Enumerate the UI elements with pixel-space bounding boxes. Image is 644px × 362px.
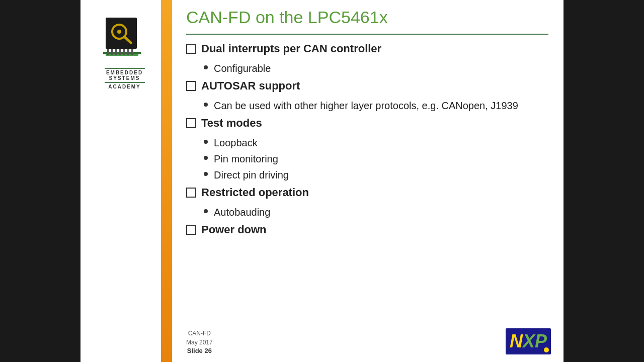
checkbox-icon-2 — [186, 81, 196, 91]
svg-point-5 — [117, 30, 121, 34]
sub-items-4: Autobauding — [204, 205, 548, 219]
svg-rect-11 — [127, 49, 129, 55]
bullet-icon — [204, 140, 208, 144]
sub-items-2: Can be used with other higher layer prot… — [204, 99, 548, 113]
sub-label-3-2: Pin monitoring — [214, 152, 278, 166]
sub-item-1-1: Configurable — [204, 61, 548, 75]
svg-rect-6 — [107, 49, 109, 55]
footer: CAN-FD May 2017 Slide 26 — [186, 329, 213, 354]
sub-label-3-3: Direct pin driving — [214, 168, 289, 182]
svg-rect-12 — [131, 49, 133, 55]
main-label-1: Dual interrupts per CAN controller — [201, 42, 381, 55]
sub-item-3-2: Pin monitoring — [204, 152, 548, 166]
svg-rect-9 — [119, 49, 121, 55]
svg-rect-2 — [106, 54, 138, 56]
sidebar: EMBEDDED SYSTEMS ACADEMY — [80, 0, 169, 362]
slide: EMBEDDED SYSTEMS ACADEMY CAN-FD on the L… — [80, 0, 564, 362]
slide-number: Slide 26 — [186, 347, 213, 354]
checkbox-icon-1 — [186, 44, 196, 54]
content-area: Dual interrupts per CAN controller Confi… — [186, 42, 548, 354]
nxp-n-letter: N — [510, 331, 523, 351]
bullet-icon — [204, 156, 208, 160]
logo-area: EMBEDDED SYSTEMS ACADEMY — [98, 10, 151, 97]
nxp-logo: NXP — [506, 328, 551, 354]
bullet-icon — [204, 65, 208, 69]
sub-item-3-1: Loopback — [204, 136, 548, 150]
bullet-icon — [204, 209, 208, 213]
main-label-4: Restricted operation — [201, 186, 309, 199]
sub-items-3: Loopback Pin monitoring Direct pin drivi… — [204, 136, 548, 182]
main-item-5: Power down — [186, 223, 548, 236]
footer-date: May 2017 — [186, 338, 213, 347]
main-item-4: Restricted operation — [186, 186, 548, 199]
main-item-1: Dual interrupts per CAN controller — [186, 42, 548, 55]
main-item-3: Test modes — [186, 117, 548, 130]
main-label-5: Power down — [201, 223, 267, 236]
main-content: CAN-FD on the LPC5461x Dual interrupts p… — [176, 0, 564, 362]
svg-rect-7 — [111, 49, 113, 55]
nxp-logo-wrapper: NXP — [506, 328, 551, 354]
checkbox-icon-3 — [186, 118, 196, 128]
checkbox-icon-4 — [186, 188, 196, 198]
esa-logo-icon — [103, 18, 146, 63]
footer-course: CAN-FD — [186, 329, 213, 338]
main-label-3: Test modes — [201, 117, 262, 130]
svg-rect-0 — [106, 18, 137, 49]
svg-rect-10 — [123, 49, 125, 55]
orange-accent-bar — [161, 0, 172, 362]
sub-item-2-1: Can be used with other higher layer prot… — [204, 99, 548, 113]
sub-label-2-1: Can be used with other higher layer prot… — [214, 99, 518, 113]
svg-rect-8 — [115, 49, 117, 55]
nxp-dot — [544, 347, 549, 352]
bullet-icon — [204, 103, 208, 107]
sub-label-3-1: Loopback — [214, 136, 258, 150]
slide-title: CAN-FD on the LPC5461x — [186, 8, 548, 27]
academy-label: EMBEDDED SYSTEMS ACADEMY — [105, 67, 145, 89]
main-item-2: AUTOSAR support — [186, 79, 548, 93]
sub-item-3-3: Direct pin driving — [204, 168, 548, 182]
bullet-icon — [204, 172, 208, 176]
sub-label-1-1: Configurable — [214, 61, 271, 75]
nxp-xp-letters: XP — [523, 331, 547, 351]
sub-item-4-1: Autobauding — [204, 205, 548, 219]
main-label-2: AUTOSAR support — [201, 79, 300, 93]
slide-header: CAN-FD on the LPC5461x — [186, 8, 548, 35]
checkbox-icon-5 — [186, 225, 196, 235]
sub-items-1: Configurable — [204, 61, 548, 75]
sub-label-4-1: Autobauding — [214, 205, 270, 219]
